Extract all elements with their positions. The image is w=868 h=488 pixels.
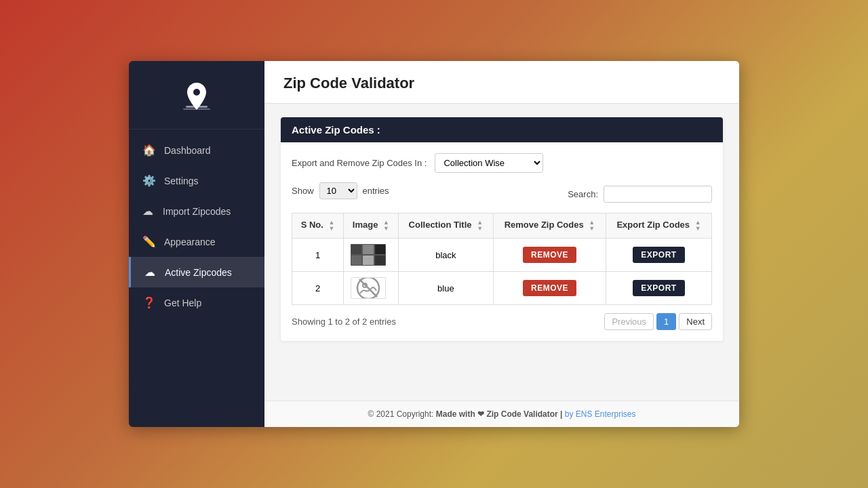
page-title: Zip Code Validator bbox=[283, 75, 720, 92]
col-export: Export Zip Codes ▲▼ bbox=[606, 214, 712, 239]
search-row: Search: bbox=[568, 186, 712, 203]
sidebar-item-get-help[interactable]: ❓ Get Help bbox=[129, 287, 264, 318]
sidebar-label-import: Import Zipcodes bbox=[163, 206, 231, 217]
card-body: Export and Remove Zip Codes In : Collect… bbox=[281, 142, 723, 341]
cell-export-2: EXPORT bbox=[606, 272, 712, 305]
cell-export-1: EXPORT bbox=[606, 239, 712, 272]
copyright-text: © 2021 Copyright: Made with ❤ Zip Code V… bbox=[368, 409, 635, 419]
cell-remove-2: REMOVE bbox=[493, 272, 606, 305]
search-label: Search: bbox=[568, 189, 598, 199]
svg-rect-1 bbox=[183, 108, 210, 110]
gear-icon: ⚙️ bbox=[142, 174, 156, 187]
data-table: S No. ▲▼ Image ▲▼ Collection Title ▲▼ bbox=[292, 213, 712, 305]
sort-export: ▲▼ bbox=[695, 220, 701, 232]
show-row: Show 10 25 50 100 entries bbox=[292, 182, 389, 199]
top-controls: Show 10 25 50 100 entries Search: bbox=[292, 182, 712, 206]
filter-row: Export and Remove Zip Codes In : Collect… bbox=[292, 153, 712, 173]
map-pin-icon bbox=[180, 80, 213, 113]
table-row: 1 bbox=[292, 239, 712, 272]
page-footer: © 2021 Copyright: Made with ❤ Zip Code V… bbox=[264, 401, 739, 427]
collection-filter-select[interactable]: Collection Wise All Custom bbox=[435, 153, 543, 173]
prev-page-button[interactable]: Previous bbox=[604, 313, 654, 330]
no-photo-icon bbox=[356, 277, 380, 299]
svg-rect-0 bbox=[186, 106, 208, 108]
cell-title-2: blue bbox=[398, 272, 493, 305]
cell-sno-2: 2 bbox=[292, 272, 344, 305]
sidebar-label-help: Get Help bbox=[164, 298, 201, 308]
app-container: 🏠 Dashboard ⚙️ Settings ☁ Import Zipcode… bbox=[129, 61, 739, 427]
cell-title-1: black bbox=[398, 239, 493, 272]
sidebar-nav: 🏠 Dashboard ⚙️ Settings ☁ Import Zipcode… bbox=[129, 129, 264, 427]
export-button-2[interactable]: EXPORT bbox=[633, 280, 684, 296]
col-remove: Remove Zip Codes ▲▼ bbox=[493, 214, 606, 239]
card-header: Active Zip Codes : bbox=[281, 117, 723, 142]
filter-label: Export and Remove Zip Codes In : bbox=[292, 158, 427, 168]
remove-button-1[interactable]: REMOVE bbox=[523, 247, 576, 263]
table-row: 2 bbox=[292, 272, 712, 305]
pencil-icon: ✏️ bbox=[142, 235, 156, 248]
sidebar: 🏠 Dashboard ⚙️ Settings ☁ Import Zipcode… bbox=[129, 61, 264, 427]
cell-image-1 bbox=[344, 239, 399, 272]
main-body: Active Zip Codes : Export and Remove Zip… bbox=[264, 104, 739, 401]
sidebar-label-settings: Settings bbox=[164, 176, 199, 186]
active-zipcodes-card: Active Zip Codes : Export and Remove Zip… bbox=[281, 117, 723, 341]
cell-sno-1: 1 bbox=[292, 239, 344, 272]
next-page-button[interactable]: Next bbox=[679, 313, 712, 330]
page-1-button[interactable]: 1 bbox=[656, 313, 676, 330]
sidebar-label-dashboard: Dashboard bbox=[164, 145, 211, 156]
showing-entries: Showing 1 to 2 of 2 entries bbox=[292, 317, 396, 327]
sort-remove: ▲▼ bbox=[589, 220, 595, 232]
question-icon: ❓ bbox=[142, 296, 156, 309]
cell-image-2 bbox=[344, 272, 399, 305]
sidebar-label-active: Active Zipcodes bbox=[165, 267, 232, 278]
export-button-1[interactable]: EXPORT bbox=[633, 247, 684, 263]
ens-link[interactable]: by ENS Enterprises bbox=[565, 409, 636, 419]
cloud-upload-icon: ☁ bbox=[144, 266, 157, 279]
show-label: Show bbox=[292, 186, 314, 196]
sort-title: ▲▼ bbox=[477, 220, 483, 232]
col-image: Image ▲▼ bbox=[344, 214, 399, 239]
search-input[interactable] bbox=[604, 186, 712, 203]
col-sno: S No. ▲▼ bbox=[292, 214, 344, 239]
collection-thumbnail-black bbox=[351, 244, 386, 266]
sidebar-item-dashboard[interactable]: 🏠 Dashboard bbox=[129, 135, 264, 165]
sidebar-item-settings[interactable]: ⚙️ Settings bbox=[129, 165, 264, 196]
sort-image: ▲▼ bbox=[383, 220, 389, 232]
col-title: Collection Title ▲▼ bbox=[398, 214, 493, 239]
sort-sno: ▲▼ bbox=[328, 220, 334, 232]
remove-button-2[interactable]: REMOVE bbox=[523, 280, 576, 296]
card-heading: Active Zip Codes : bbox=[292, 124, 380, 136]
table-body: 1 bbox=[292, 239, 712, 305]
main-content: Zip Code Validator Active Zip Codes : Ex… bbox=[264, 61, 739, 427]
sidebar-label-appearance: Appearance bbox=[164, 237, 216, 247]
sidebar-item-appearance[interactable]: ✏️ Appearance bbox=[129, 226, 264, 257]
sidebar-logo bbox=[129, 61, 264, 129]
main-header: Zip Code Validator bbox=[264, 61, 739, 104]
cloud-icon: ☁ bbox=[142, 205, 155, 218]
entries-label: entries bbox=[363, 186, 389, 196]
sidebar-item-active-zipcodes[interactable]: ☁ Active Zipcodes bbox=[129, 257, 264, 287]
table-header-row: S No. ▲▼ Image ▲▼ Collection Title ▲▼ bbox=[292, 214, 712, 239]
cell-remove-1: REMOVE bbox=[493, 239, 606, 272]
table-footer: Showing 1 to 2 of 2 entries Previous 1 N… bbox=[292, 313, 712, 330]
home-icon: 🏠 bbox=[142, 144, 156, 157]
made-with-text: Made with ❤ Zip Code Validator | bbox=[436, 409, 565, 419]
pagination: Previous 1 Next bbox=[604, 313, 712, 330]
sidebar-item-import-zipcodes[interactable]: ☁ Import Zipcodes bbox=[129, 196, 264, 226]
show-entries-select[interactable]: 10 25 50 100 bbox=[319, 182, 357, 199]
collection-thumbnail-blue bbox=[351, 277, 386, 299]
